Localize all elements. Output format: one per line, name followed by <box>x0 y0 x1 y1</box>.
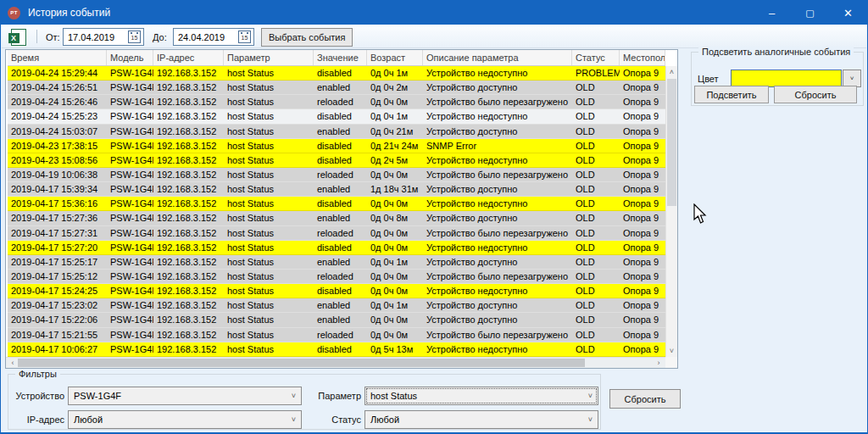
maximize-button[interactable]: ▢ <box>791 1 829 25</box>
cell-desc: Устройство доступно <box>423 313 572 326</box>
cell-param: host Status <box>224 109 314 123</box>
cell-location: Опора 9 <box>620 197 665 210</box>
cell-age: 0д 0ч 0м <box>367 197 423 210</box>
toolbar: X От: 17.04.2019 15 До: 24.04.2019 15 Вы… <box>2 25 866 48</box>
app-window: PT История событий – ▢ ✕ X От: 17.04.201… <box>0 0 868 434</box>
cell-value: enabled <box>314 182 367 196</box>
vertical-scroll-thumb[interactable] <box>667 79 676 206</box>
table-row[interactable]: 2019-04-17 15:36:16PSW-1G4F192.168.3.152… <box>8 197 665 211</box>
color-dropdown-button[interactable]: ˅ <box>843 70 861 87</box>
cell-location: Опора 9 <box>620 328 665 342</box>
table-row[interactable]: 2019-04-17 15:27:36PSW-1G4F192.168.3.152… <box>8 211 665 225</box>
cell-value: reloaded <box>314 270 367 283</box>
column-header-location[interactable]: Местополс <box>620 50 665 65</box>
cell-model: PSW-1G4F <box>107 298 153 312</box>
scroll-right-icon[interactable]: › <box>654 359 663 367</box>
cell-age: 0д 5ч 13м <box>367 342 423 356</box>
cell-ip: 192.168.3.152 <box>153 168 224 181</box>
cell-ip: 192.168.3.152 <box>153 255 224 269</box>
cell-age: 1д 18ч 31м <box>367 182 423 196</box>
cell-age: 0д 0ч 8м <box>367 211 423 225</box>
cell-desc: Устройство было перезагружено <box>423 328 572 342</box>
column-header-param[interactable]: Параметр <box>224 50 314 65</box>
calendar-icon[interactable]: 15 <box>238 31 251 43</box>
cell-location: Опора 9 <box>620 298 665 312</box>
cell-model: PSW-1G4F <box>107 66 153 80</box>
cell-value: enabled <box>314 125 367 138</box>
cell-param: host Status <box>224 197 314 210</box>
export-excel-button[interactable]: X <box>8 27 29 47</box>
column-header-model[interactable]: Модель <box>107 50 153 65</box>
highlight-button[interactable]: Подсветить <box>694 86 769 103</box>
table-row[interactable]: 2019-04-17 15:21:55PSW-1G4F192.168.3.152… <box>8 328 665 342</box>
window-title: История событий <box>28 7 110 19</box>
column-header-time[interactable]: Время <box>8 50 107 65</box>
cell-time: 2019-04-17 15:25:17 <box>8 255 107 269</box>
cell-status: OLD <box>572 226 620 240</box>
to-date-field[interactable]: 24.04.2019 15 <box>173 28 254 46</box>
table-row[interactable]: 2019-04-17 15:39:34PSW-1G4F192.168.3.152… <box>8 182 665 197</box>
highlight-reset-button[interactable]: Сбросить <box>774 86 857 103</box>
horizontal-scrollbar[interactable]: ‹ › <box>6 357 665 368</box>
minimize-button[interactable]: – <box>753 1 791 25</box>
cell-value: disabled <box>314 197 367 210</box>
scroll-left-icon[interactable]: ‹ <box>8 359 17 367</box>
table-row[interactable]: 2019-04-23 17:38:15PSW-1G4F192.168.3.152… <box>8 139 665 153</box>
ip-filter-dropdown[interactable]: Любой ˅ <box>68 410 302 429</box>
cell-location: Опора 9 <box>620 139 665 153</box>
table-row[interactable]: 2019-04-17 10:06:27PSW-1G4F192.168.3.152… <box>8 342 665 357</box>
color-picker[interactable]: ˅ <box>731 70 861 87</box>
table-row[interactable]: 2019-04-17 15:27:31PSW-1G4F192.168.3.152… <box>8 226 665 241</box>
table-row[interactable]: 2019-04-17 15:22:06PSW-1G4F192.168.3.152… <box>8 313 665 327</box>
column-header-status[interactable]: Статус <box>572 50 620 65</box>
cell-time: 2019-04-23 17:38:15 <box>8 139 107 153</box>
table-row[interactable]: 2019-04-17 15:23:02PSW-1G4F192.168.3.152… <box>8 298 665 313</box>
table-row[interactable]: 2019-04-24 15:29:44PSW-1G4F192.168.3.152… <box>8 66 665 81</box>
column-header-desc[interactable]: Описание параметра <box>423 50 572 65</box>
cell-ip: 192.168.3.152 <box>153 66 224 80</box>
cell-model: PSW-1G4F <box>107 270 153 283</box>
table-row[interactable]: 2019-04-17 15:25:12PSW-1G4F192.168.3.152… <box>8 270 665 284</box>
column-header-ip[interactable]: IP-адрес <box>153 50 224 65</box>
table-row[interactable]: 2019-04-17 15:27:20PSW-1G4F192.168.3.152… <box>8 241 665 255</box>
highlight-panel-title: Подсветить аналогичные события <box>698 47 854 57</box>
filters-reset-button[interactable]: Сбросить <box>609 389 681 409</box>
cell-time: 2019-04-19 10:06:38 <box>8 168 107 181</box>
close-button[interactable]: ✕ <box>829 1 867 25</box>
from-date-field[interactable]: 17.04.2019 15 <box>63 28 144 46</box>
param-filter-dropdown[interactable]: host Status ˅ <box>364 387 598 405</box>
table-row[interactable]: 2019-04-24 15:25:23PSW-1G4F192.168.3.152… <box>8 109 665 124</box>
cell-value: disabled <box>314 66 367 80</box>
cell-ip: 192.168.3.152 <box>153 95 224 108</box>
titlebar: PT История событий – ▢ ✕ <box>1 1 867 25</box>
select-events-button[interactable]: Выбрать события <box>261 28 353 47</box>
cell-param: host Status <box>224 139 314 153</box>
scroll-down-icon[interactable]: ˅ <box>666 347 677 355</box>
status-filter-dropdown[interactable]: Любой ˅ <box>364 410 598 429</box>
column-header-value[interactable]: Значение <box>314 50 367 65</box>
horizontal-scroll-thumb[interactable] <box>18 359 585 367</box>
table-row[interactable]: 2019-04-24 15:26:46PSW-1G4F192.168.3.152… <box>8 95 665 109</box>
table-row[interactable]: 2019-04-17 15:25:17PSW-1G4F192.168.3.152… <box>8 255 665 270</box>
cell-param: host Status <box>224 313 314 326</box>
table-row[interactable]: 2019-04-19 10:06:38PSW-1G4F192.168.3.152… <box>8 168 665 182</box>
table-row[interactable]: 2019-04-23 15:08:56PSW-1G4F192.168.3.152… <box>8 153 665 168</box>
cell-age: 0д 0ч 1м <box>367 298 423 312</box>
table-row[interactable]: 2019-04-24 15:26:51PSW-1G4F192.168.3.152… <box>8 81 665 95</box>
cell-time: 2019-04-17 15:27:20 <box>8 241 107 254</box>
table-row[interactable]: 2019-04-17 15:24:25PSW-1G4F192.168.3.152… <box>8 284 665 298</box>
column-header-age[interactable]: Возраст <box>367 50 423 65</box>
vertical-scrollbar[interactable]: ˄ ˅ <box>665 66 677 357</box>
device-filter-dropdown[interactable]: PSW-1G4F ˅ <box>68 387 302 405</box>
scroll-up-icon[interactable]: ˄ <box>666 68 677 76</box>
cell-value: disabled <box>314 109 367 123</box>
cell-location: Опора 9 <box>620 125 665 138</box>
cell-status: OLD <box>572 197 620 210</box>
color-swatch[interactable] <box>731 70 842 87</box>
cell-param: host Status <box>224 153 314 167</box>
calendar-icon[interactable]: 15 <box>128 31 141 43</box>
table-row[interactable]: 2019-04-24 15:03:07PSW-1G4F192.168.3.152… <box>8 125 665 139</box>
cell-model: PSW-1G4F <box>107 109 153 123</box>
cell-status: OLD <box>572 255 620 269</box>
cell-value: disabled <box>314 284 367 298</box>
